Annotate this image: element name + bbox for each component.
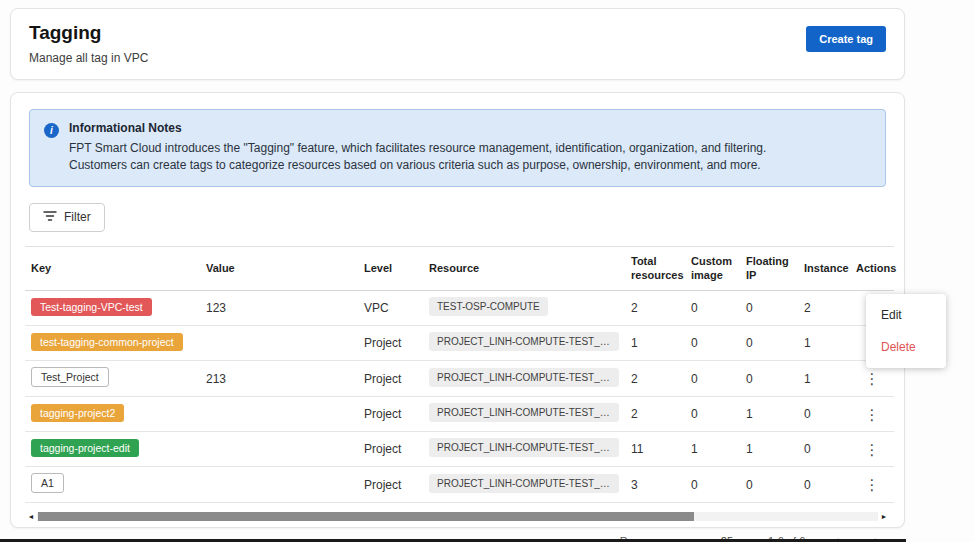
- scrollbar-thumb[interactable]: [38, 512, 694, 521]
- resource-chip: PROJECT_LINH-COMPUTE-TEST_DEFAULT: [429, 332, 619, 351]
- column-header-resource: Resource: [423, 246, 625, 291]
- resource-chip: PROJECT_LINH-COMPUTE-TEST_DEFAULT: [429, 474, 619, 493]
- filter-button[interactable]: Filter: [29, 203, 105, 232]
- kebab-menu-icon: ⋮: [865, 441, 880, 458]
- table-row: Test-tagging-VPC-test 123 VPC TEST-OSP-C…: [25, 291, 894, 326]
- tag-key-chip: A1: [31, 473, 64, 493]
- cell-total-resources: 1: [625, 326, 685, 361]
- cell-value: 123: [200, 291, 358, 326]
- tag-key-chip: tagging-project-edit: [31, 439, 139, 457]
- cell-floating-ip: 0: [740, 326, 798, 361]
- column-header-value: Value: [200, 246, 358, 291]
- cell-instance: 2: [798, 291, 850, 326]
- tag-key-chip: Test-tagging-VPC-test: [31, 298, 152, 316]
- tag-key-chip: test-tagging-common-project: [31, 333, 183, 351]
- info-banner: i Informational Notes FPT Smart Cloud in…: [29, 109, 886, 187]
- scrollbar-track[interactable]: [37, 512, 878, 521]
- tag-key-chip: Test_Project: [31, 367, 109, 387]
- cell-value: [200, 326, 358, 361]
- cell-value: [200, 467, 358, 503]
- cell-custom-image: 0: [685, 326, 740, 361]
- table-header: Key Value Level Resource Total resources…: [25, 246, 894, 291]
- cell-custom-image: 0: [685, 291, 740, 326]
- info-circle-icon: i: [44, 123, 59, 138]
- cell-custom-image: 0: [685, 467, 740, 503]
- cell-level: VPC: [358, 291, 423, 326]
- cell-floating-ip: 0: [740, 361, 798, 397]
- cell-total-resources: 2: [625, 397, 685, 432]
- resource-chip: PROJECT_LINH-COMPUTE-TEST_DEFAULT: [429, 438, 619, 457]
- create-tag-button[interactable]: Create tag: [806, 26, 886, 52]
- cell-total-resources: 2: [625, 291, 685, 326]
- info-banner-line-1: FPT Smart Cloud introduces the "Tagging"…: [69, 140, 766, 157]
- tagging-panel: i Informational Notes FPT Smart Cloud in…: [10, 92, 905, 528]
- page-header: Tagging Manage all tag in VPC Create tag: [10, 8, 905, 80]
- cell-total-resources: 3: [625, 467, 685, 503]
- row-actions-button[interactable]: ⋮: [857, 369, 888, 388]
- resource-chip: PROJECT_LINH-COMPUTE-TEST_DEFAULT: [429, 403, 619, 422]
- kebab-menu-icon: ⋮: [865, 406, 880, 423]
- info-banner-title: Informational Notes: [69, 121, 766, 135]
- cell-floating-ip: 1: [740, 397, 798, 432]
- cell-instance: 0: [798, 397, 850, 432]
- table-row: test-tagging-common-project Project PROJ…: [25, 326, 894, 361]
- cell-custom-image: 1: [685, 432, 740, 467]
- column-header-level: Level: [358, 246, 423, 291]
- kebab-menu-icon: ⋮: [865, 370, 880, 387]
- info-banner-text: Informational Notes FPT Smart Cloud intr…: [69, 121, 766, 175]
- column-header-floating-ip: Floating IP: [740, 246, 798, 291]
- kebab-menu-icon: ⋮: [865, 476, 880, 493]
- tag-key-chip: tagging-project2: [31, 404, 124, 422]
- cell-custom-image: 0: [685, 361, 740, 397]
- cell-instance: 0: [798, 432, 850, 467]
- table-row: Test_Project 213 Project PROJECT_LINH-CO…: [25, 361, 894, 397]
- scroll-left-arrow-icon[interactable]: ◄: [25, 513, 37, 520]
- resource-chip: TEST-OSP-COMPUTE: [429, 297, 548, 316]
- cell-instance: 1: [798, 361, 850, 397]
- column-header-total-resources: Total resources: [625, 246, 685, 291]
- horizontal-scrollbar[interactable]: ◄ ►: [25, 511, 890, 521]
- resource-chip: PROJECT_LINH-COMPUTE-TEST_DEFAULT: [429, 368, 619, 387]
- page-title: Tagging: [29, 22, 148, 44]
- row-actions-button[interactable]: ⋮: [857, 475, 888, 494]
- cell-floating-ip: 0: [740, 291, 798, 326]
- column-header-actions: Actions: [850, 246, 894, 291]
- tagging-page: Tagging Manage all tag in VPC Create tag…: [0, 0, 975, 542]
- info-banner-line-2: Customers can create tags to categorize …: [69, 157, 766, 174]
- page-subtitle: Manage all tag in VPC: [29, 51, 148, 65]
- table-row: A1 Project PROJECT_LINH-COMPUTE-TEST_DEF…: [25, 467, 894, 503]
- cell-level: Project: [358, 326, 423, 361]
- tags-table: Key Value Level Resource Total resources…: [25, 246, 894, 504]
- row-actions-menu: Edit Delete: [866, 294, 946, 368]
- cell-floating-ip: 0: [740, 467, 798, 503]
- menu-item-edit[interactable]: Edit: [866, 299, 946, 331]
- column-header-custom-image: Custom image: [685, 246, 740, 291]
- cell-instance: 1: [798, 326, 850, 361]
- scroll-right-arrow-icon[interactable]: ►: [878, 513, 890, 520]
- menu-item-delete[interactable]: Delete: [866, 331, 946, 363]
- cell-custom-image: 0: [685, 397, 740, 432]
- row-actions-button[interactable]: ⋮: [857, 440, 888, 459]
- page-header-text: Tagging Manage all tag in VPC: [29, 22, 148, 65]
- filter-icon: [43, 210, 57, 225]
- cell-value: [200, 432, 358, 467]
- cell-instance: 0: [798, 467, 850, 503]
- cell-total-resources: 2: [625, 361, 685, 397]
- row-actions-button[interactable]: ⋮: [857, 405, 888, 424]
- cell-floating-ip: 1: [740, 432, 798, 467]
- filter-button-label: Filter: [64, 210, 91, 224]
- cell-level: Project: [358, 467, 423, 503]
- cell-level: Project: [358, 432, 423, 467]
- cell-value: [200, 397, 358, 432]
- table-row: tagging-project2 Project PROJECT_LINH-CO…: [25, 397, 894, 432]
- cell-value: 213: [200, 361, 358, 397]
- column-header-key: Key: [25, 246, 200, 291]
- table-row: tagging-project-edit Project PROJECT_LIN…: [25, 432, 894, 467]
- column-header-instance: Instance: [798, 246, 850, 291]
- cell-level: Project: [358, 397, 423, 432]
- cell-total-resources: 11: [625, 432, 685, 467]
- cell-level: Project: [358, 361, 423, 397]
